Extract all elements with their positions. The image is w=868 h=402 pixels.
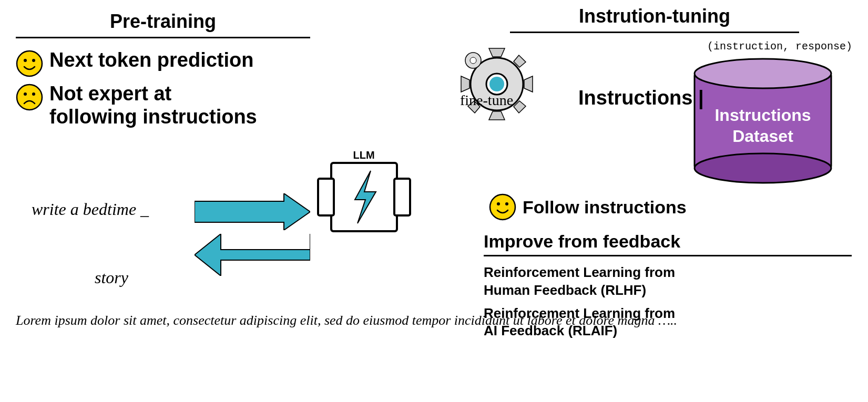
feature-not-expert: Not expert at following instructions (16, 83, 310, 128)
follow-instructions-text: Follow instructions (523, 197, 687, 218)
svg-point-0 (17, 51, 42, 76)
gear-icon-container (457, 45, 536, 126)
follow-instructions: Follow instructions (489, 193, 687, 221)
arrow-right-container (195, 193, 310, 232)
svg-text:Instructions: Instructions (714, 106, 811, 125)
llm-engine: LLM (315, 147, 413, 249)
next-token-text: Next token prediction (49, 49, 254, 72)
sad-emoji (16, 84, 43, 111)
svg-point-4 (24, 92, 27, 96)
gear-svg (457, 45, 536, 123)
svg-point-24 (497, 202, 500, 205)
svg-point-25 (505, 202, 508, 205)
svg-text:Dataset: Dataset (732, 127, 793, 146)
happy-emoji-2 (489, 193, 516, 221)
feature-next-token: Next token prediction (16, 49, 310, 77)
instruction-tuning-section: Instrution-tuning (457, 5, 852, 33)
feedback-title: Improve from feedback (484, 231, 852, 252)
arrow-right-svg (195, 193, 310, 230)
instructions-label-top: Instructions | (578, 87, 704, 109)
diagram-container: Pre-training Next token prediction Not e… (0, 0, 868, 402)
pretraining-section: Pre-training Next token prediction Not e… (16, 11, 310, 133)
write-bedtime-text: write a bedtime _ (32, 200, 149, 219)
happy-emoji-1 (16, 50, 43, 77)
svg-rect-9 (318, 179, 334, 215)
not-expert-text: Not expert at following instructions (49, 83, 257, 128)
svg-point-1 (24, 59, 27, 62)
svg-point-2 (32, 59, 35, 62)
svg-point-15 (695, 59, 831, 88)
svg-point-22 (470, 57, 476, 64)
svg-point-23 (490, 194, 515, 220)
rlhf-item: Reinforcement Learning from Human Feedba… (484, 264, 852, 300)
llm-svg: LLM (315, 147, 413, 247)
story-text: story (95, 268, 128, 287)
db-svg: Instructions Dataset (689, 53, 836, 184)
svg-point-14 (695, 153, 831, 183)
svg-marker-6 (195, 193, 310, 230)
pretraining-title: Pre-training (16, 11, 310, 33)
svg-point-5 (32, 92, 35, 96)
instruction-tuning-title: Instrution-tuning (457, 5, 852, 27)
arrow-down-svg (195, 234, 310, 276)
database-cylinder: Instructions Dataset (689, 53, 836, 186)
rlaif-item: Reinforcement Learning from AI Feedback … (484, 305, 852, 341)
svg-marker-7 (195, 234, 310, 276)
finetune-label: fine-tune (460, 92, 513, 109)
arrow-down-container (195, 234, 310, 278)
svg-point-20 (489, 77, 504, 91)
feedback-section: Improve from feedback Reinforcement Lear… (484, 231, 852, 345)
db-note: (instruction, response) (707, 39, 852, 54)
svg-text:LLM: LLM (353, 149, 374, 161)
svg-point-3 (17, 85, 42, 110)
svg-rect-10 (394, 179, 410, 215)
